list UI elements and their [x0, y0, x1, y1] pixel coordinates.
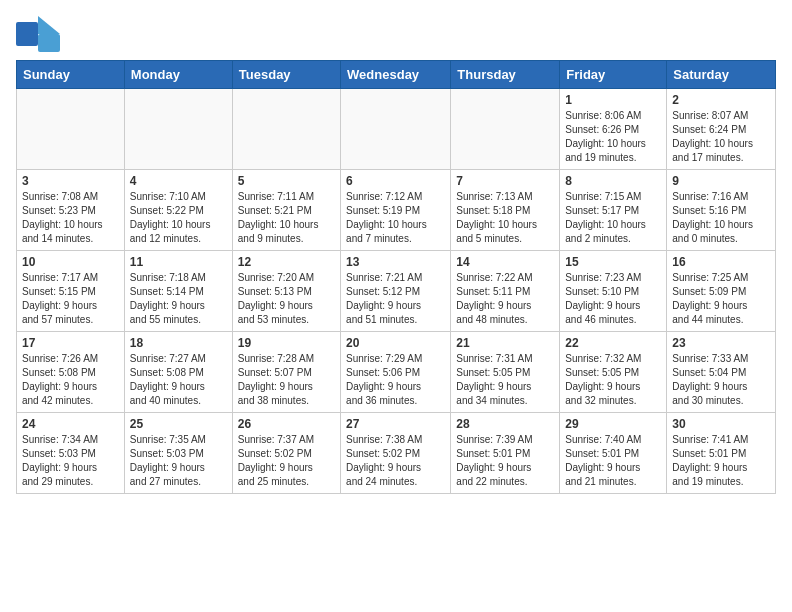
- svg-rect-2: [38, 34, 60, 52]
- calendar-header-cell: Friday: [560, 61, 667, 89]
- calendar-week-row: 3Sunrise: 7:08 AM Sunset: 5:23 PM Daylig…: [17, 170, 776, 251]
- day-info: Sunrise: 7:28 AM Sunset: 5:07 PM Dayligh…: [238, 352, 335, 408]
- day-number: 11: [130, 255, 227, 269]
- day-info: Sunrise: 7:20 AM Sunset: 5:13 PM Dayligh…: [238, 271, 335, 327]
- day-info: Sunrise: 7:40 AM Sunset: 5:01 PM Dayligh…: [565, 433, 661, 489]
- day-info: Sunrise: 7:39 AM Sunset: 5:01 PM Dayligh…: [456, 433, 554, 489]
- calendar-day-cell: 2Sunrise: 8:07 AM Sunset: 6:24 PM Daylig…: [667, 89, 776, 170]
- calendar-day-cell: 27Sunrise: 7:38 AM Sunset: 5:02 PM Dayli…: [341, 413, 451, 494]
- calendar-day-cell: 4Sunrise: 7:10 AM Sunset: 5:22 PM Daylig…: [124, 170, 232, 251]
- svg-rect-0: [16, 22, 38, 46]
- day-number: 23: [672, 336, 770, 350]
- day-info: Sunrise: 7:26 AM Sunset: 5:08 PM Dayligh…: [22, 352, 119, 408]
- day-number: 9: [672, 174, 770, 188]
- calendar-day-cell: 15Sunrise: 7:23 AM Sunset: 5:10 PM Dayli…: [560, 251, 667, 332]
- day-number: 13: [346, 255, 445, 269]
- calendar-body: 1Sunrise: 8:06 AM Sunset: 6:26 PM Daylig…: [17, 89, 776, 494]
- calendar-day-cell: 20Sunrise: 7:29 AM Sunset: 5:06 PM Dayli…: [341, 332, 451, 413]
- calendar-week-row: 10Sunrise: 7:17 AM Sunset: 5:15 PM Dayli…: [17, 251, 776, 332]
- calendar-day-cell: 28Sunrise: 7:39 AM Sunset: 5:01 PM Dayli…: [451, 413, 560, 494]
- day-number: 15: [565, 255, 661, 269]
- calendar-header-cell: Saturday: [667, 61, 776, 89]
- calendar-day-cell: 24Sunrise: 7:34 AM Sunset: 5:03 PM Dayli…: [17, 413, 125, 494]
- day-info: Sunrise: 7:38 AM Sunset: 5:02 PM Dayligh…: [346, 433, 445, 489]
- day-info: Sunrise: 7:37 AM Sunset: 5:02 PM Dayligh…: [238, 433, 335, 489]
- day-info: Sunrise: 7:13 AM Sunset: 5:18 PM Dayligh…: [456, 190, 554, 246]
- calendar-day-cell: [232, 89, 340, 170]
- day-number: 28: [456, 417, 554, 431]
- calendar-day-cell: 29Sunrise: 7:40 AM Sunset: 5:01 PM Dayli…: [560, 413, 667, 494]
- calendar-day-cell: 25Sunrise: 7:35 AM Sunset: 5:03 PM Dayli…: [124, 413, 232, 494]
- day-number: 14: [456, 255, 554, 269]
- calendar-day-cell: 16Sunrise: 7:25 AM Sunset: 5:09 PM Dayli…: [667, 251, 776, 332]
- calendar-day-cell: 13Sunrise: 7:21 AM Sunset: 5:12 PM Dayli…: [341, 251, 451, 332]
- day-number: 12: [238, 255, 335, 269]
- calendar-day-cell: 3Sunrise: 7:08 AM Sunset: 5:23 PM Daylig…: [17, 170, 125, 251]
- day-info: Sunrise: 7:18 AM Sunset: 5:14 PM Dayligh…: [130, 271, 227, 327]
- calendar-day-cell: 8Sunrise: 7:15 AM Sunset: 5:17 PM Daylig…: [560, 170, 667, 251]
- logo: [16, 16, 64, 52]
- calendar-day-cell: [124, 89, 232, 170]
- day-number: 4: [130, 174, 227, 188]
- day-info: Sunrise: 7:41 AM Sunset: 5:01 PM Dayligh…: [672, 433, 770, 489]
- page-header: [16, 16, 776, 52]
- calendar-table: SundayMondayTuesdayWednesdayThursdayFrid…: [16, 60, 776, 494]
- day-number: 24: [22, 417, 119, 431]
- day-number: 16: [672, 255, 770, 269]
- day-info: Sunrise: 7:33 AM Sunset: 5:04 PM Dayligh…: [672, 352, 770, 408]
- calendar-day-cell: 26Sunrise: 7:37 AM Sunset: 5:02 PM Dayli…: [232, 413, 340, 494]
- day-info: Sunrise: 7:34 AM Sunset: 5:03 PM Dayligh…: [22, 433, 119, 489]
- day-number: 20: [346, 336, 445, 350]
- calendar-day-cell: 23Sunrise: 7:33 AM Sunset: 5:04 PM Dayli…: [667, 332, 776, 413]
- day-info: Sunrise: 7:22 AM Sunset: 5:11 PM Dayligh…: [456, 271, 554, 327]
- calendar-day-cell: 17Sunrise: 7:26 AM Sunset: 5:08 PM Dayli…: [17, 332, 125, 413]
- day-info: Sunrise: 7:25 AM Sunset: 5:09 PM Dayligh…: [672, 271, 770, 327]
- calendar-day-cell: [341, 89, 451, 170]
- svg-marker-1: [38, 16, 60, 34]
- calendar-day-cell: 7Sunrise: 7:13 AM Sunset: 5:18 PM Daylig…: [451, 170, 560, 251]
- day-info: Sunrise: 7:15 AM Sunset: 5:17 PM Dayligh…: [565, 190, 661, 246]
- day-number: 17: [22, 336, 119, 350]
- day-number: 26: [238, 417, 335, 431]
- calendar-header-cell: Monday: [124, 61, 232, 89]
- day-number: 2: [672, 93, 770, 107]
- day-info: Sunrise: 8:06 AM Sunset: 6:26 PM Dayligh…: [565, 109, 661, 165]
- calendar-day-cell: 6Sunrise: 7:12 AM Sunset: 5:19 PM Daylig…: [341, 170, 451, 251]
- calendar-day-cell: 21Sunrise: 7:31 AM Sunset: 5:05 PM Dayli…: [451, 332, 560, 413]
- day-number: 10: [22, 255, 119, 269]
- calendar-day-cell: 22Sunrise: 7:32 AM Sunset: 5:05 PM Dayli…: [560, 332, 667, 413]
- calendar-day-cell: 5Sunrise: 7:11 AM Sunset: 5:21 PM Daylig…: [232, 170, 340, 251]
- day-number: 18: [130, 336, 227, 350]
- calendar-week-row: 17Sunrise: 7:26 AM Sunset: 5:08 PM Dayli…: [17, 332, 776, 413]
- day-info: Sunrise: 7:08 AM Sunset: 5:23 PM Dayligh…: [22, 190, 119, 246]
- day-number: 22: [565, 336, 661, 350]
- day-info: Sunrise: 7:16 AM Sunset: 5:16 PM Dayligh…: [672, 190, 770, 246]
- calendar-day-cell: 10Sunrise: 7:17 AM Sunset: 5:15 PM Dayli…: [17, 251, 125, 332]
- calendar-day-cell: 30Sunrise: 7:41 AM Sunset: 5:01 PM Dayli…: [667, 413, 776, 494]
- day-info: Sunrise: 7:12 AM Sunset: 5:19 PM Dayligh…: [346, 190, 445, 246]
- calendar-day-cell: 11Sunrise: 7:18 AM Sunset: 5:14 PM Dayli…: [124, 251, 232, 332]
- day-number: 30: [672, 417, 770, 431]
- day-number: 29: [565, 417, 661, 431]
- day-number: 19: [238, 336, 335, 350]
- day-info: Sunrise: 7:31 AM Sunset: 5:05 PM Dayligh…: [456, 352, 554, 408]
- calendar-header-cell: Sunday: [17, 61, 125, 89]
- day-info: Sunrise: 7:29 AM Sunset: 5:06 PM Dayligh…: [346, 352, 445, 408]
- logo-icon: [16, 16, 60, 52]
- calendar-day-cell: 19Sunrise: 7:28 AM Sunset: 5:07 PM Dayli…: [232, 332, 340, 413]
- day-info: Sunrise: 7:10 AM Sunset: 5:22 PM Dayligh…: [130, 190, 227, 246]
- calendar-day-cell: [451, 89, 560, 170]
- calendar-header-row: SundayMondayTuesdayWednesdayThursdayFrid…: [17, 61, 776, 89]
- calendar-day-cell: 9Sunrise: 7:16 AM Sunset: 5:16 PM Daylig…: [667, 170, 776, 251]
- calendar-day-cell: 14Sunrise: 7:22 AM Sunset: 5:11 PM Dayli…: [451, 251, 560, 332]
- day-info: Sunrise: 7:23 AM Sunset: 5:10 PM Dayligh…: [565, 271, 661, 327]
- day-info: Sunrise: 7:11 AM Sunset: 5:21 PM Dayligh…: [238, 190, 335, 246]
- day-info: Sunrise: 7:32 AM Sunset: 5:05 PM Dayligh…: [565, 352, 661, 408]
- day-number: 21: [456, 336, 554, 350]
- calendar-day-cell: 18Sunrise: 7:27 AM Sunset: 5:08 PM Dayli…: [124, 332, 232, 413]
- calendar-header-cell: Thursday: [451, 61, 560, 89]
- calendar-day-cell: [17, 89, 125, 170]
- day-info: Sunrise: 7:35 AM Sunset: 5:03 PM Dayligh…: [130, 433, 227, 489]
- day-number: 8: [565, 174, 661, 188]
- day-number: 25: [130, 417, 227, 431]
